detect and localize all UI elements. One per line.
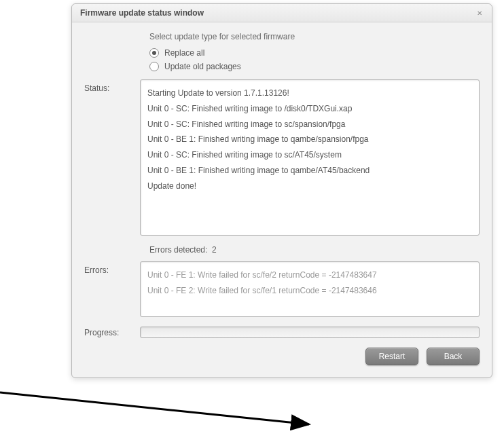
errors-label: Errors:	[84, 261, 140, 275]
radio-label: Replace all	[164, 48, 204, 58]
window-content: Select update type for selected firmware…	[72, 22, 492, 377]
status-line: Update done!	[147, 179, 472, 194]
window-title: Firmware update status window	[80, 8, 204, 18]
status-line: Unit 0 - SC: Finished writing image to s…	[147, 117, 472, 132]
status-line: Unit 0 - BE 1: Finished writing image to…	[147, 163, 472, 179]
svg-line-1	[0, 392, 309, 424]
status-line: Unit 0 - SC: Finished writing image to s…	[147, 147, 472, 163]
firmware-status-window: Firmware update status window ✕ Select u…	[71, 3, 492, 378]
errors-textbox[interactable]: Unit 0 - FE 1: Write failed for sc/fe/2 …	[140, 261, 480, 317]
error-line: Unit 0 - FE 1: Write failed for sc/fe/2 …	[147, 267, 472, 283]
errors-detected-label: Errors detected:	[149, 245, 207, 255]
radio-update-old[interactable]: Update old packages	[149, 62, 480, 71]
restart-button[interactable]: Restart	[365, 348, 418, 365]
instruction-text: Select update type for selected firmware	[149, 32, 480, 41]
status-line: Starting Update to version 1.7.1.13126!	[147, 86, 472, 101]
button-row: Restart Back	[84, 345, 480, 368]
progress-label: Progress:	[84, 328, 140, 337]
update-type-section: Select update type for selected firmware…	[149, 32, 480, 71]
status-textbox[interactable]: Starting Update to version 1.7.1.13126! …	[140, 79, 480, 236]
radio-icon	[149, 62, 159, 71]
close-icon[interactable]: ✕	[474, 8, 485, 18]
progress-row: Progress:	[84, 327, 480, 338]
status-label: Status:	[84, 79, 140, 93]
errors-detected-count: 2	[212, 245, 217, 255]
radio-replace-all[interactable]: Replace all	[149, 48, 480, 58]
back-button[interactable]: Back	[427, 348, 480, 365]
annotation-arrow-icon	[0, 387, 319, 434]
status-line: Unit 0 - SC: Finished writing image to /…	[147, 101, 472, 117]
titlebar: Firmware update status window ✕	[72, 4, 492, 22]
error-line: Unit 0 - FE 2: Write failed for sc/fe/1 …	[147, 283, 472, 299]
radio-icon	[149, 48, 159, 58]
progress-bar	[140, 327, 480, 338]
status-line: Unit 0 - BE 1: Finished writing image to…	[147, 132, 472, 147]
status-row: Status: Starting Update to version 1.7.1…	[84, 79, 480, 236]
errors-detected: Errors detected: 2	[149, 245, 480, 255]
radio-label: Update old packages	[164, 62, 241, 71]
errors-row: Errors: Unit 0 - FE 1: Write failed for …	[84, 261, 480, 317]
